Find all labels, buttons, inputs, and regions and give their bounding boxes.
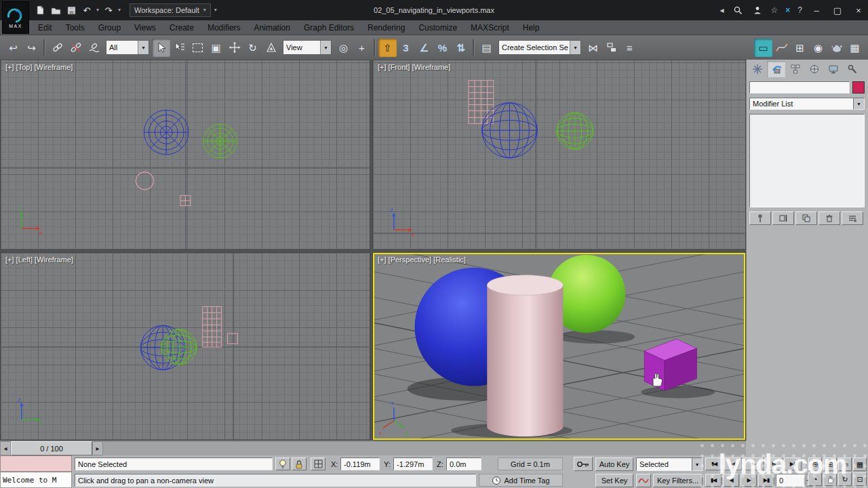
- sphere-green-wire-front[interactable]: [557, 113, 593, 149]
- favorites-star-icon[interactable]: ☆: [771, 5, 778, 15]
- open-file-icon[interactable]: [50, 4, 62, 16]
- maxscript-mini-listener-pink[interactable]: [0, 455, 72, 472]
- toolbar-undo-icon[interactable]: ↩: [4, 39, 22, 57]
- sphere-green-wire-left[interactable]: [161, 329, 197, 365]
- application-menu-button[interactable]: MAX: [2, 1, 29, 34]
- edit-named-selection-sets-icon[interactable]: ▤: [477, 39, 496, 57]
- schematic-view-icon[interactable]: ⊞: [791, 39, 809, 57]
- y-coordinate-field[interactable]: -1.297m: [393, 458, 433, 470]
- select-and-scale-icon[interactable]: [262, 39, 280, 57]
- select-and-rotate-icon[interactable]: ↻: [243, 39, 262, 57]
- render-setup-teapot-icon[interactable]: [827, 39, 846, 57]
- time-slider[interactable]: 0 / 100: [11, 441, 92, 455]
- mirror-icon[interactable]: ⋈: [584, 39, 602, 57]
- modifier-list-dropdown[interactable]: Modifier List ▾: [749, 98, 865, 110]
- key-filters-button[interactable]: Key Filters...: [653, 474, 703, 487]
- exchange-apps-icon[interactable]: ×: [785, 5, 790, 15]
- tab-create-icon[interactable]: [748, 61, 766, 77]
- undo-dropdown-icon[interactable]: ▾: [96, 7, 99, 13]
- menu-help[interactable]: Help: [516, 22, 547, 34]
- box-purple-shaded[interactable]: [644, 339, 696, 390]
- maxscript-mini-listener-white[interactable]: Welcome to M: [0, 472, 72, 488]
- select-object-icon[interactable]: [152, 39, 170, 57]
- workspace-dropdown[interactable]: Workspace: Default ▾: [130, 3, 211, 17]
- layer-manager-icon[interactable]: ≡: [620, 39, 639, 57]
- new-file-icon[interactable]: [34, 4, 46, 16]
- selection-lock-icon[interactable]: [292, 458, 307, 470]
- zoom-icon[interactable]: ⊕: [808, 458, 822, 471]
- close-button[interactable]: ×: [852, 5, 865, 16]
- ribbon-toggle-icon[interactable]: ▭: [754, 39, 772, 57]
- menu-animation[interactable]: Animation: [248, 22, 297, 34]
- menu-rendering[interactable]: Rendering: [361, 22, 412, 34]
- x-coordinate-field[interactable]: -0.119m: [340, 458, 380, 470]
- cylinder-wire-left[interactable]: [203, 306, 222, 347]
- menu-tools[interactable]: Tools: [59, 22, 92, 34]
- window-crossing-toggle-icon[interactable]: ▣: [207, 39, 225, 57]
- tab-display-icon[interactable]: [824, 61, 842, 77]
- play-button[interactable]: ▶: [743, 458, 764, 470]
- make-unique-icon[interactable]: [795, 211, 817, 225]
- tab-modify-icon[interactable]: [767, 61, 785, 77]
- menu-create[interactable]: Create: [163, 22, 201, 34]
- save-icon[interactable]: [65, 4, 77, 16]
- named-selection-set-dropdown[interactable]: Create Selection Se ▾: [498, 40, 581, 55]
- track-bar-ruler[interactable]: [103, 441, 746, 455]
- help-icon[interactable]: ?: [797, 5, 802, 15]
- maximize-viewport-toggle-icon[interactable]: ⊡: [853, 472, 867, 486]
- object-color-swatch[interactable]: [852, 81, 865, 94]
- z-coordinate-field[interactable]: 0.0m: [446, 458, 481, 470]
- modifier-stack[interactable]: [749, 114, 865, 207]
- back-chevron-icon[interactable]: ◂: [720, 5, 724, 15]
- viewport-left[interactable]: [+] [Left] [Wireframe]: [0, 252, 370, 441]
- menu-customize[interactable]: Customize: [412, 22, 464, 34]
- add-time-tag[interactable]: Add Time Tag: [479, 474, 563, 487]
- angle-snap-icon[interactable]: ∠: [415, 39, 433, 57]
- pin-stack-icon[interactable]: [749, 211, 771, 225]
- configure-modifier-sets-icon[interactable]: [842, 211, 863, 225]
- step-start-button[interactable]: ▮◀: [705, 474, 722, 487]
- show-end-result-icon[interactable]: [772, 211, 794, 225]
- menu-group[interactable]: Group: [92, 22, 127, 34]
- snaps-toggle-3d-icon[interactable]: 3: [397, 39, 415, 57]
- sphere-blue-wire-front[interactable]: [482, 103, 537, 158]
- maximize-button[interactable]: ▢: [831, 5, 844, 16]
- rectangular-selection-region-icon[interactable]: [189, 39, 207, 57]
- viewport-perspective[interactable]: [+] [Perspective] [Realistic]: [372, 252, 746, 441]
- box-wire-left[interactable]: [228, 333, 238, 344]
- use-pivot-center-icon[interactable]: ◎: [334, 39, 353, 57]
- object-name-field[interactable]: [749, 81, 850, 94]
- menu-edit[interactable]: Edit: [31, 22, 59, 34]
- select-by-name-icon[interactable]: [170, 39, 189, 57]
- field-of-view-icon[interactable]: ◔: [808, 472, 822, 486]
- toolbar-options-icon[interactable]: ▾: [214, 7, 217, 13]
- sphere-blue-wire-left[interactable]: [140, 325, 185, 370]
- align-icon[interactable]: [602, 39, 620, 57]
- unlink-selection-icon[interactable]: [66, 39, 85, 57]
- undo-icon[interactable]: ↶: [81, 4, 93, 16]
- zoom-all-icon[interactable]: ⊞: [823, 458, 837, 471]
- isolate-selection-icon[interactable]: [275, 458, 290, 470]
- viewport-front[interactable]: [+] [Front] [Wireframe]: [372, 60, 746, 250]
- sphere-green-wire-top[interactable]: [203, 124, 237, 158]
- cylinder-wire-top[interactable]: [136, 172, 154, 190]
- go-to-start-button[interactable]: ▮◀: [705, 458, 723, 470]
- percent-snap-icon[interactable]: %: [433, 39, 452, 57]
- viewport-top[interactable]: [+] [Top] [Wireframe]: [0, 60, 370, 250]
- reference-coordinate-dropdown[interactable]: View ▾: [283, 40, 332, 55]
- key-tangent-curve-icon[interactable]: [636, 474, 651, 487]
- viewport-front-label[interactable]: [+] [Front] [Wireframe]: [378, 63, 450, 71]
- remove-modifier-icon[interactable]: [818, 211, 840, 225]
- material-editor-icon[interactable]: ◉: [809, 39, 827, 57]
- tab-motion-icon[interactable]: [805, 61, 823, 77]
- go-to-end-button[interactable]: ▶▮: [784, 458, 802, 470]
- set-keys-key-icon[interactable]: [574, 457, 593, 471]
- spinner-snap-icon[interactable]: ⇅: [452, 39, 470, 57]
- current-frame-field[interactable]: 0: [776, 474, 804, 487]
- sphere-blue-wire-top[interactable]: [144, 110, 189, 155]
- menu-views[interactable]: Views: [127, 22, 163, 34]
- box-wire-top[interactable]: [180, 196, 191, 206]
- curve-editor-icon[interactable]: [772, 39, 791, 57]
- redo-icon[interactable]: ↷: [102, 4, 115, 16]
- cylinder-shaded[interactable]: [487, 275, 563, 436]
